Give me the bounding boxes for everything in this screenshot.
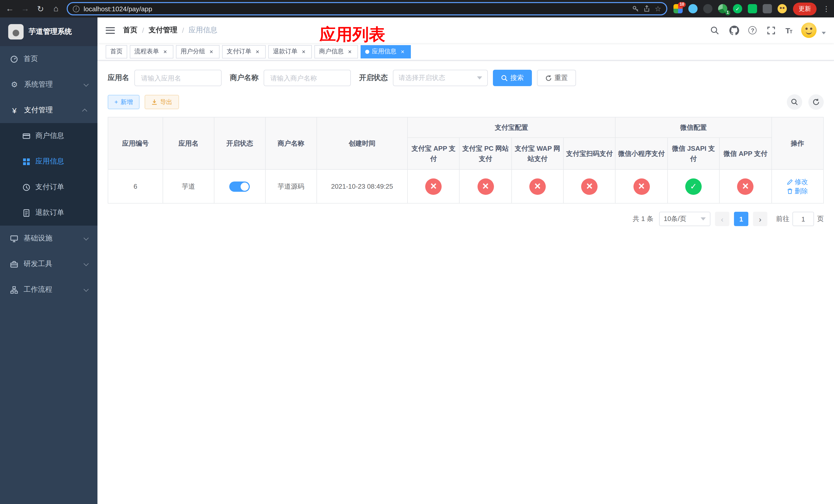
export-button[interactable]: 导出: [145, 95, 179, 109]
close-icon[interactable]: [346, 48, 353, 55]
app-name-input[interactable]: [134, 70, 222, 86]
chevron-down-icon: [701, 217, 706, 221]
search-form: 应用名 商户名称 开启状态 请选择开启状态 搜索 重置: [108, 70, 824, 86]
delete-button[interactable]: 删除: [787, 186, 808, 196]
extension-blue-icon[interactable]: [688, 4, 698, 13]
sidebar-item-payment[interactable]: ¥ 支付管理: [0, 97, 97, 123]
tab-user-group[interactable]: 用户分组: [176, 45, 220, 58]
font-size-icon[interactable]: TT: [786, 26, 792, 35]
close-icon[interactable]: [208, 48, 215, 55]
chevron-down-icon: [477, 76, 482, 79]
wechat-jsapi-status-icon: [685, 178, 702, 194]
credit-card-icon: [23, 132, 30, 140]
breadcrumb-separator: /: [142, 26, 144, 35]
logo[interactable]: 芋道管理系统: [0, 18, 97, 46]
toggle-search-button[interactable]: [787, 94, 802, 110]
breadcrumb-separator: /: [182, 26, 184, 35]
refresh-table-button[interactable]: [808, 94, 824, 110]
download-icon: [151, 99, 157, 105]
extension-multi-icon[interactable]: 1: [718, 4, 727, 13]
tab-home[interactable]: 首页: [106, 45, 127, 58]
browser-forward-icon[interactable]: →: [21, 4, 30, 13]
user-avatar[interactable]: [801, 23, 816, 38]
sidebar-item-system[interactable]: ⚙ 系统管理: [0, 72, 97, 97]
github-icon[interactable]: [729, 25, 739, 36]
search-button[interactable]: 搜索: [493, 70, 532, 86]
address-bar[interactable]: localhost:1024/pay/app ☆: [67, 2, 667, 15]
avatar-caret-icon[interactable]: [822, 31, 826, 34]
sidebar-item-payment-orders[interactable]: 支付订单: [0, 174, 97, 200]
password-key-icon[interactable]: [632, 5, 639, 12]
status-select[interactable]: 请选择开启状态: [393, 70, 488, 86]
add-button[interactable]: + 新增: [108, 95, 139, 109]
share-icon[interactable]: [643, 5, 651, 12]
extension-grid-icon[interactable]: 10: [674, 4, 683, 13]
sidebar-item-home[interactable]: 首页: [0, 46, 97, 72]
browser-back-icon[interactable]: ←: [5, 4, 14, 13]
breadcrumb-home[interactable]: 首页: [123, 26, 137, 35]
browser-reload-icon[interactable]: ↻: [36, 4, 45, 14]
cell-app-id: 6: [108, 169, 163, 203]
col-app-name: 应用名: [163, 117, 214, 169]
breadcrumb-current: 应用信息: [189, 26, 218, 35]
sidebar-item-refund-orders[interactable]: 退款订单: [0, 200, 97, 226]
payment-submenu: 商户信息 应用信息 支付订单 退款订单: [0, 123, 97, 226]
status-label: 开启状态: [359, 73, 388, 83]
search-icon: [501, 75, 508, 81]
fullscreen-icon[interactable]: [766, 25, 776, 36]
url-text[interactable]: localhost:1024/pay/app: [84, 5, 152, 13]
browser-update-button[interactable]: 更新: [793, 2, 816, 15]
navbar-actions: ? TT: [710, 23, 826, 38]
browser-home-icon[interactable]: ⌂: [51, 4, 61, 13]
close-icon[interactable]: [300, 48, 307, 55]
tab-app-info[interactable]: 应用信息: [360, 45, 411, 58]
grid-icon: [23, 158, 30, 165]
next-page-button[interactable]: ›: [753, 212, 767, 226]
sidebar-item-workflow[interactable]: 工作流程: [0, 277, 97, 302]
col-wechat-jsapi: 微信 JSAPI 支付: [667, 138, 720, 169]
order-clock-icon: [23, 183, 30, 191]
merchant-name-input[interactable]: [264, 70, 351, 86]
col-app-id: 应用编号: [108, 117, 163, 169]
tab-process-form[interactable]: 流程表单: [130, 45, 173, 58]
status-toggle[interactable]: [229, 181, 250, 191]
help-icon[interactable]: ?: [749, 26, 757, 35]
reset-button[interactable]: 重置: [537, 70, 576, 86]
bookmark-star-icon[interactable]: ☆: [655, 5, 661, 13]
extension-green-check-icon[interactable]: [733, 4, 742, 13]
breadcrumb-payment[interactable]: 支付管理: [149, 26, 177, 35]
hamburger-icon[interactable]: [106, 27, 115, 33]
document-icon: [23, 209, 30, 216]
wechat-app-status-icon: [737, 178, 754, 194]
chevron-down-icon: [84, 287, 89, 292]
goto-page-input[interactable]: [792, 212, 814, 226]
prev-page-button[interactable]: ‹: [715, 212, 729, 226]
tab-merchant-info[interactable]: 商户信息: [314, 45, 358, 58]
extension-green-square-icon[interactable]: [748, 4, 757, 13]
close-icon[interactable]: [161, 48, 169, 55]
sidebar-item-dev-tools[interactable]: 研发工具: [0, 251, 97, 277]
sidebar-item-infrastructure[interactable]: 基础设施: [0, 226, 97, 251]
page-size-select[interactable]: 10条/页: [659, 212, 710, 226]
tab-label: 退款订单: [273, 47, 298, 56]
sidebar-item-merchant-info[interactable]: 商户信息: [0, 123, 97, 149]
extension-face-icon[interactable]: [777, 4, 787, 13]
gear-icon: ⚙: [10, 80, 19, 89]
table-tools: [787, 94, 824, 110]
page-number-1[interactable]: 1: [734, 212, 748, 226]
sidebar-item-app-info[interactable]: 应用信息: [0, 149, 97, 174]
extension-dark-icon[interactable]: [703, 4, 712, 13]
col-created-at: 创建时间: [316, 117, 408, 169]
toolbox-icon: [10, 260, 18, 268]
search-icon[interactable]: [710, 25, 720, 36]
extension-puzzle-icon[interactable]: [763, 4, 772, 13]
browser-menu-icon[interactable]: ⋮: [823, 5, 829, 13]
tab-refund-orders[interactable]: 退款订单: [268, 45, 312, 58]
page-info-icon[interactable]: [73, 5, 80, 12]
breadcrumb: 首页 / 支付管理 / 应用信息: [123, 26, 218, 35]
close-icon[interactable]: [254, 48, 261, 55]
close-icon[interactable]: [399, 48, 406, 55]
edit-button[interactable]: 修改: [787, 177, 808, 186]
cell-actions: 修改 删除: [771, 169, 824, 203]
tab-payment-orders[interactable]: 支付订单: [222, 45, 266, 58]
